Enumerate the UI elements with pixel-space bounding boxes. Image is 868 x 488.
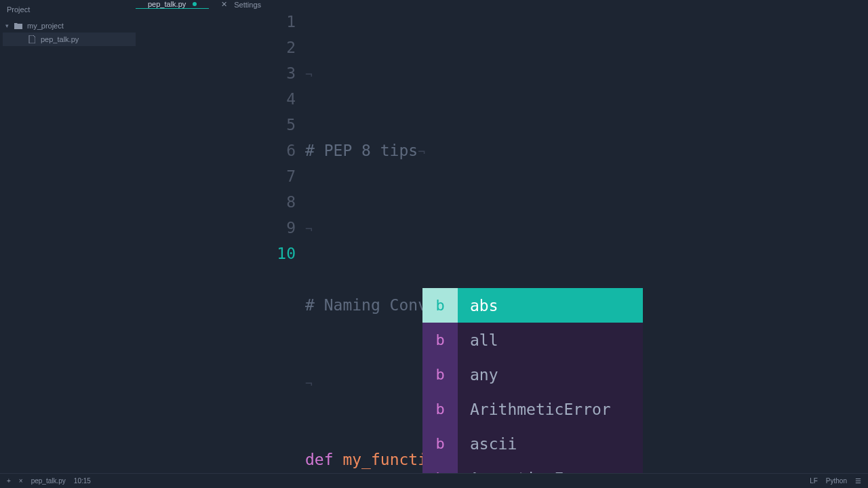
status-cursor-position[interactable]: 10:15	[74, 477, 91, 485]
menu-icon[interactable]: ☰	[855, 477, 861, 485]
new-file-icon[interactable]: +	[7, 477, 11, 485]
autocomplete-label: abs	[458, 293, 498, 319]
tab-label: pep_talk.py	[148, 0, 186, 8]
close-panel-icon[interactable]: ×	[19, 477, 23, 485]
tab-bar: pep_talk.py ✕ Settings	[136, 0, 868, 9]
project-sidebar: Project ▾ my_project pep_talk.py	[0, 0, 136, 473]
autocomplete-label: AssertionError	[458, 466, 601, 474]
autocomplete-popup[interactable]: b abs b all b any b ArithmeticError b	[422, 288, 643, 473]
autocomplete-label: any	[458, 362, 498, 388]
code-editor[interactable]: 1 2 3 4 5 6 7 8 9 10 ¬ # PEP 8 tips¬ ¬ #…	[136, 9, 868, 473]
folder-label: my_project	[27, 22, 64, 30]
builtin-kind-icon: b	[422, 392, 458, 426]
close-icon[interactable]: ✕	[221, 0, 227, 9]
tree-file-pep-talk[interactable]: pep_talk.py	[3, 33, 136, 46]
line-number-gutter: 1 2 3 4 5 6 7 8 9 10	[136, 9, 305, 473]
file-icon	[27, 35, 37, 44]
autocomplete-item-assertion-error[interactable]: b AssertionError	[422, 461, 643, 473]
autocomplete-label: ascii	[458, 431, 517, 457]
chevron-down-icon[interactable]: ▾	[5, 22, 14, 29]
status-bar: + × pep_talk.py 10:15 LF Python ☰	[0, 473, 868, 488]
autocomplete-item-any[interactable]: b any	[422, 357, 643, 392]
file-tree: ▾ my_project pep_talk.py	[0, 19, 136, 46]
builtin-kind-icon: b	[422, 323, 458, 357]
file-label: pep_talk.py	[41, 35, 79, 43]
builtin-kind-icon: b	[422, 357, 458, 392]
editor-area: pep_talk.py ✕ Settings 1 2 3 4 5 6 7 8 9…	[136, 0, 868, 473]
tab-pep-talk[interactable]: pep_talk.py	[136, 0, 209, 9]
autocomplete-item-abs[interactable]: b abs	[422, 288, 643, 323]
tab-label: Settings	[234, 1, 261, 9]
tree-folder-root[interactable]: ▾ my_project	[3, 19, 136, 33]
autocomplete-item-arithmetic-error[interactable]: b ArithmeticError	[422, 392, 643, 426]
status-language[interactable]: Python	[826, 477, 847, 485]
status-file-name[interactable]: pep_talk.py	[31, 477, 66, 485]
autocomplete-item-ascii[interactable]: b ascii	[422, 426, 643, 461]
dirty-indicator-icon	[193, 2, 197, 6]
sidebar-title: Project	[0, 0, 136, 19]
tab-settings[interactable]: ✕ Settings	[209, 0, 273, 9]
autocomplete-label: ArithmeticError	[458, 396, 611, 422]
builtin-kind-icon: b	[422, 426, 458, 461]
autocomplete-item-all[interactable]: b all	[422, 323, 643, 357]
builtin-kind-icon: b	[422, 288, 458, 323]
folder-icon	[14, 21, 23, 30]
status-line-ending[interactable]: LF	[810, 477, 818, 485]
builtin-kind-icon: b	[422, 461, 458, 473]
autocomplete-label: all	[458, 327, 498, 353]
